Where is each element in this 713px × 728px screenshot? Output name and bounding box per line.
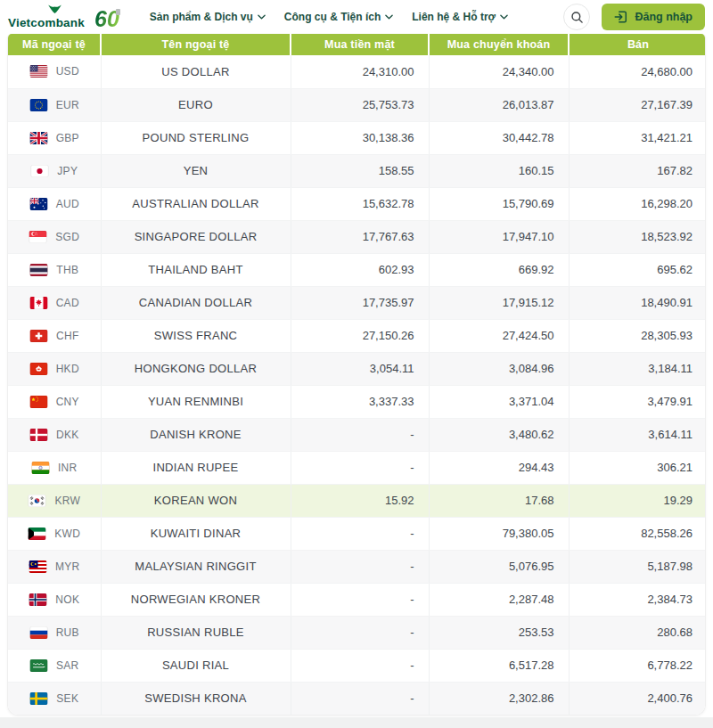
currency-name: US DOLLAR [101,55,291,88]
sell-value: 31,421.21 [569,121,706,154]
sell-value: 3,479.91 [569,385,706,418]
buy-cash-value: - [291,649,429,682]
currency-code: KWD [54,528,80,540]
buy-cash-value: 27,150.26 [291,319,429,352]
currency-name: DANISH KRONE [101,418,291,451]
currency-name: INDIAN RUPEE [101,451,291,484]
kwd-flag-icon [28,528,46,540]
rub-flag-icon [29,626,48,639]
table-row[interactable]: NOK NORWEGIAN KRONER - 2,287.48 2,384.73 [8,583,706,616]
buy-transfer-value: 160.15 [429,154,569,187]
currency-code: USD [56,65,79,78]
nav-item-label: Công cụ & Tiện ích [284,11,381,23]
buy-transfer-value: 17,947.10 [429,220,569,253]
nok-flag-icon [29,593,47,606]
bottom-band [0,717,713,728]
currency-code: RUB [56,626,79,639]
dkk-flag-icon [29,429,48,441]
vietcombank-check-icon [45,4,64,14]
currency-code: CAD [56,297,79,309]
table-row[interactable]: CNY YUAN RENMINBI 3,337.33 3,371.04 3,47… [8,385,706,418]
table-row[interactable]: USD US DOLLAR 24,310.00 24,340.00 24,680… [8,55,706,88]
table-row[interactable]: HKD HONGKONG DOLLAR 3,054.11 3,084.96 3,… [8,352,706,385]
table-row[interactable]: SEK SWEDISH KRONA - 2,302.86 2,400.76 [8,682,706,715]
buy-transfer-value: 24,340.00 [429,55,569,88]
table-row[interactable]: INR INDIAN RUPEE - 294.43 306.21 [8,451,706,484]
sell-value: 24,680.00 [569,55,706,88]
sell-value: 2,400.76 [569,682,706,715]
nav-item-support[interactable]: Liên hệ & Hỗ trợ [412,11,508,23]
buy-cash-value: 17,735.97 [291,286,429,319]
sgd-flag-icon [29,231,47,243]
sell-value: 167.82 [569,154,706,187]
currency-code: MYR [55,560,80,573]
sell-value: 18,490.91 [569,286,706,319]
column-header-sell: Bán [569,34,706,55]
table-row[interactable]: SGD SINGAPORE DOLLAR 17,767.63 17,947.10… [8,220,706,253]
jpy-flag-icon [30,165,49,177]
buy-cash-value: 24,310.00 [291,55,429,88]
nav-item-products[interactable]: Sản phẩm & Dịch vụ [150,11,266,23]
search-button[interactable] [563,4,590,30]
eur-flag-icon [29,99,48,111]
currency-name: NORWEGIAN KRONER [101,583,291,616]
usd-flag-icon [29,65,48,78]
currency-code: DKK [56,429,79,441]
column-header-currency-name: Tên ngoại tệ [101,34,291,55]
login-button[interactable]: Đăng nhập [602,4,705,30]
nav-item-label: Sản phẩm & Dịch vụ [150,11,253,23]
brand-wordmark: Vietcombank [8,16,85,29]
sell-value: 82,558.26 [569,517,706,550]
table-row[interactable]: CHF SWISS FRANC 27,150.26 27,424.50 28,3… [8,319,706,352]
sell-value: 306.21 [569,451,706,484]
anniversary-60-logo: 60 [94,8,119,30]
top-actions: Đăng nhập [563,4,705,30]
buy-cash-value: - [291,616,429,649]
table-row[interactable]: AUD AUSTRALIAN DOLLAR 15,632.78 15,790.6… [8,187,706,220]
buy-transfer-value: 17,915.12 [429,286,569,319]
buy-cash-value: 602.93 [291,253,429,286]
table-row[interactable]: THB THAILAND BAHT 602.93 669.92 695.62 [8,253,706,286]
nav-item-tools[interactable]: Công cụ & Tiện ích [284,11,393,23]
currency-name: POUND STERLING [101,121,291,154]
search-icon [570,11,584,24]
buy-transfer-value: 6,517.28 [429,649,569,682]
sell-value: 3,614.11 [569,418,706,451]
sell-value: 19.29 [569,484,706,517]
currency-name: YEN [101,154,291,187]
table-row[interactable]: KWD KUWAITI DINAR - 79,380.05 82,558.26 [8,517,706,550]
buy-transfer-value: 3,371.04 [429,385,569,418]
buy-transfer-value: 79,380.05 [429,517,569,550]
sar-flag-icon [29,659,48,672]
buy-transfer-value: 294.43 [429,451,569,484]
table-row[interactable]: EUR EURO 25,753.73 26,013.87 27,167.39 [8,88,706,121]
sell-value: 2,384.73 [569,583,706,616]
currency-name: MALAYSIAN RINGGIT [101,550,291,583]
sell-value: 27,167.39 [569,88,706,121]
currency-code: INR [58,462,78,474]
buy-transfer-value: 5,076.95 [429,550,569,583]
table-row[interactable]: JPY YEN 158.55 160.15 167.82 [8,154,706,187]
sell-value: 5,187.98 [569,550,706,583]
table-row[interactable]: CAD CANADIAN DOLLAR 17,735.97 17,915.12 … [8,286,706,319]
table-row[interactable]: KRW KOREAN WON 15.92 17.68 19.29 [8,484,706,517]
table-row[interactable]: DKK DANISH KRONE - 3,480.62 3,614.11 [8,418,706,451]
rates-table-body: USD US DOLLAR 24,310.00 24,340.00 24,680… [8,55,706,715]
table-row[interactable]: SAR SAUDI RIAL - 6,517.28 6,778.22 [8,649,706,682]
currency-name: SWEDISH KRONA [101,682,291,715]
cad-flag-icon [29,297,48,309]
buy-cash-value: - [291,418,429,451]
buy-cash-value: 30,138.36 [291,121,429,154]
sell-value: 280.68 [569,616,706,649]
login-icon [614,11,627,23]
table-row[interactable]: GBP POUND STERLING 30,138.36 30,442.78 3… [8,121,706,154]
table-row[interactable]: MYR MALAYSIAN RINGGIT - 5,076.95 5,187.9… [8,550,706,583]
sell-value: 18,523.92 [569,220,706,253]
krw-flag-icon [28,495,46,507]
buy-cash-value: 158.55 [291,154,429,187]
currency-name: SWISS FRANC [101,319,291,352]
table-row[interactable]: RUB RUSSIAN RUBLE - 253.53 280.68 [8,616,706,649]
brand-logo[interactable]: Vietcombank 60 [8,4,119,30]
currency-code: JPY [57,165,78,177]
currency-code: EUR [56,99,79,111]
